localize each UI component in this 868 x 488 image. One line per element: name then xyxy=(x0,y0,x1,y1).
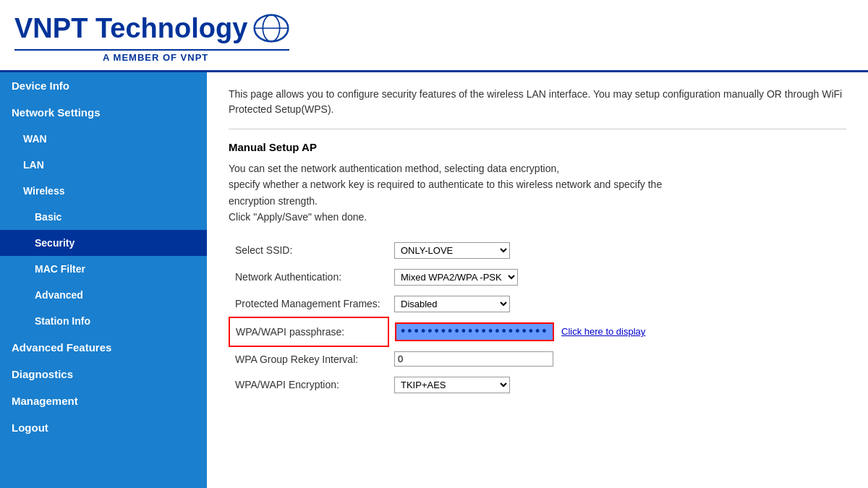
passphrase-cell: •••••••••••••••••••••• Click here to dis… xyxy=(388,317,846,346)
main-content: This page allows you to configure securi… xyxy=(207,72,868,488)
rekey-input[interactable] xyxy=(394,351,553,367)
rekey-cell xyxy=(388,346,846,372)
encryption-cell: TKIP+AES xyxy=(388,372,846,398)
network-auth-label: Network Authentication: xyxy=(229,264,388,291)
encryption-row: WPA/WAPI Encryption: TKIP+AES xyxy=(229,372,846,398)
encryption-label: WPA/WAPI Encryption: xyxy=(229,372,388,398)
pmf-row: Protected Management Frames: Disabled xyxy=(229,291,846,317)
passphrase-dots: •••••••••••••••••••••• xyxy=(401,324,549,339)
sidebar: Device Info Network Settings WAN LAN Wir… xyxy=(0,72,207,488)
sidebar-item-lan[interactable]: LAN xyxy=(0,152,207,178)
header: VNPT Technology A MEMBER OF VNPT xyxy=(0,0,868,72)
rekey-label: WPA Group Rekey Interval: xyxy=(229,346,388,372)
passphrase-input-area: •••••••••••••••••••••• Click here to dis… xyxy=(395,322,840,341)
pmf-cell: Disabled xyxy=(388,291,846,317)
sidebar-item-security[interactable]: Security xyxy=(0,230,207,256)
pmf-dropdown[interactable]: Disabled xyxy=(394,296,510,312)
logo-subtitle: A MEMBER OF VNPT xyxy=(14,49,289,63)
select-ssid-row: Select SSID: ONLY-LOVE xyxy=(229,237,846,264)
passphrase-input-box[interactable]: •••••••••••••••••••••• xyxy=(395,322,554,341)
section-description: You can set the network authentication m… xyxy=(229,160,846,226)
select-ssid-label: Select SSID: xyxy=(229,237,388,264)
network-auth-row: Network Authentication: Mixed WPA2/WPA -… xyxy=(229,264,846,291)
sidebar-item-network-settings[interactable]: Network Settings xyxy=(0,99,207,126)
network-auth-cell: Mixed WPA2/WPA -PSK xyxy=(388,264,846,291)
passphrase-label: WPA/WAPI passphrase: xyxy=(229,317,388,346)
page-description: This page allows you to configure securi… xyxy=(229,87,846,117)
logo-area: VNPT Technology A MEMBER OF VNPT xyxy=(14,10,289,63)
sidebar-item-device-info[interactable]: Device Info xyxy=(0,72,207,99)
sidebar-item-diagnostics[interactable]: Diagnostics xyxy=(0,361,207,388)
sidebar-item-basic[interactable]: Basic xyxy=(0,204,207,230)
passphrase-row: WPA/WAPI passphrase: •••••••••••••••••••… xyxy=(229,317,846,346)
form-table: Select SSID: ONLY-LOVE Network Authentic… xyxy=(229,237,846,398)
sidebar-item-wireless[interactable]: Wireless xyxy=(0,178,207,204)
main-layout: Device Info Network Settings WAN LAN Wir… xyxy=(0,72,868,488)
network-auth-dropdown[interactable]: Mixed WPA2/WPA -PSK xyxy=(394,269,518,286)
select-ssid-dropdown[interactable]: ONLY-LOVE xyxy=(394,242,510,259)
section-title: Manual Setup AP xyxy=(229,141,846,153)
sidebar-item-mac-filter[interactable]: MAC Filter xyxy=(0,256,207,282)
select-ssid-cell: ONLY-LOVE xyxy=(388,237,846,264)
sidebar-item-advanced[interactable]: Advanced xyxy=(0,282,207,308)
encryption-dropdown[interactable]: TKIP+AES xyxy=(394,377,510,393)
sidebar-item-logout[interactable]: Logout xyxy=(0,414,207,441)
click-here-to-display-link[interactable]: Click here to display xyxy=(561,326,645,337)
sidebar-item-advanced-features[interactable]: Advanced Features xyxy=(0,334,207,361)
logo-text: VNPT Technology xyxy=(14,14,247,42)
divider xyxy=(229,129,846,129)
vnpt-logo-icon xyxy=(253,10,289,46)
sidebar-item-wan[interactable]: WAN xyxy=(0,126,207,152)
sidebar-item-management[interactable]: Management xyxy=(0,388,207,414)
rekey-row: WPA Group Rekey Interval: xyxy=(229,346,846,372)
logo-title: VNPT Technology xyxy=(14,10,289,46)
sidebar-item-station-info[interactable]: Station Info xyxy=(0,308,207,334)
pmf-label: Protected Management Frames: xyxy=(229,291,388,317)
